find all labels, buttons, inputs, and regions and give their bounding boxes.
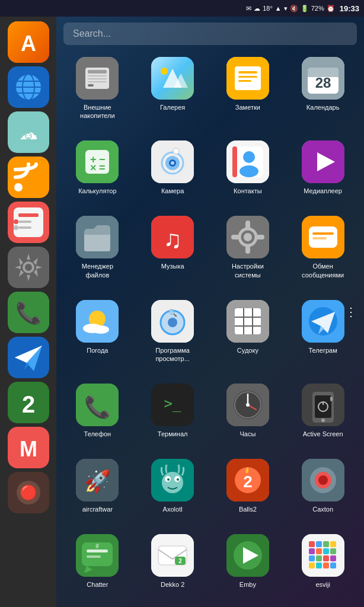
svg-rect-171 [330,548,336,554]
app-item-calendar[interactable]: 28 Календарь [286,52,359,133]
camera-icon [151,140,194,183]
sidebar-item-gmail[interactable]: M [8,427,49,468]
cloud-icon-sidebar: ☁ ☺ [8,111,49,153]
svg-rect-46 [88,75,107,76]
esviji-label: esviji [315,580,330,589]
app-grid: Внешние накопители Галерея [56,50,364,605]
activescreen-icon [302,384,344,426]
turbo-icon: 2 [8,382,49,423]
notes-label: Заметки [235,103,260,111]
app-item-caxton[interactable]: Caxton [286,454,359,527]
svg-text:A: A [21,31,36,56]
app-item-notes[interactable]: Заметки [212,52,285,133]
svg-rect-19 [18,226,31,229]
sidebar-item-browser[interactable] [8,66,49,108]
balls2-icon: 2 [226,459,269,501]
app-item-aircraftwar[interactable]: 🚀 aircraftwar [61,454,134,527]
status-time: 19:33 [340,4,359,13]
caxton-icon [302,459,344,501]
balls2-label: Balls2 [239,505,257,513]
svg-rect-166 [323,541,329,547]
app-item-emby[interactable]: Emby [212,529,285,602]
svg-text:#: # [96,543,100,550]
app-item-browser[interactable]: 🔍 Программа просмотр... [136,295,209,376]
app-item-chatter[interactable]: # Chatter [61,529,134,602]
app-item-phone[interactable]: 📞 Телефон [61,379,134,452]
terminal-label: Терминал [158,430,188,438]
app-item-settings[interactable]: Настройки системы [212,211,285,292]
app-item-weather[interactable]: Погода [61,295,134,376]
svg-point-142 [177,478,179,481]
app-item-messages[interactable]: Обмен сообщениями [286,211,359,292]
storage-label: Внешние накопители [74,103,121,120]
app-item-camera[interactable]: Камера [136,136,209,209]
sidebar-item-todo[interactable] [8,202,49,243]
svg-rect-174 [323,555,329,561]
app-item-activescreen[interactable]: Active Screen [286,379,359,452]
app-item-mediaplayer[interactable]: Медиаплеер [286,136,359,209]
app-item-music[interactable]: ♫ Музыка [136,211,209,292]
app-item-esviji[interactable]: esviji [286,529,359,602]
app-item-clock[interactable]: Часы [212,379,285,452]
battery-icon: 🔋 [301,5,309,12]
filemanager-icon [76,216,119,258]
app-item-storage[interactable]: Внешние накопители [61,52,134,133]
svg-text:🚀: 🚀 [84,468,111,494]
sidebar-item-aptik[interactable]: A [8,21,49,63]
app-item-balls2[interactable]: 2 Balls2 [212,454,285,527]
sidebar-item-cloud[interactable]: ☁ ☺ [8,111,49,153]
calculator-label: Калькулятор [78,187,116,195]
axolotl-icon [151,459,194,501]
gmail-icon: M [8,427,49,468]
sidebar-item-game[interactable]: 🔴 [8,472,49,513]
app-item-axolotl[interactable]: Axolotl [136,454,209,527]
app-item-filemanager[interactable]: Менеджер файлов [61,211,134,292]
svg-rect-130 [315,395,331,418]
game-icon: 🔴 [8,472,49,513]
svg-text:2: 2 [21,391,34,417]
app-item-terminal[interactable]: >_ Терминал [136,379,209,452]
caxton-label: Caxton [312,505,333,513]
rss-icon [8,156,49,198]
overflow-menu-button[interactable]: ⋮ [340,300,362,324]
clock-icon [226,384,269,426]
chatter-icon: # [76,534,119,577]
svg-text:>_: >_ [164,395,181,412]
gallery-icon [151,57,194,100]
app-item-sudoku[interactable]: Судоку [212,295,285,376]
weather-icon [76,300,119,343]
telegram-label: Телеграм [309,346,337,354]
messages-label: Обмен сообщениями [299,262,347,279]
svg-rect-92 [256,235,264,239]
svg-point-88 [244,233,252,241]
svg-rect-96 [312,237,327,239]
contacts-icon [226,140,269,183]
axolotl-label: Axolotl [163,505,183,513]
svg-rect-90 [245,245,250,254]
calendar-icon: 28 [302,57,344,100]
svg-point-14 [14,183,23,191]
svg-rect-178 [323,563,329,568]
sidebar-item-telegram[interactable] [8,337,49,378]
sidebar-item-settings[interactable] [8,247,49,288]
app-item-contacts[interactable]: Контакты [212,136,285,209]
svg-point-104 [168,318,177,327]
search-bar[interactable]: Search... [63,23,357,45]
phone-label: Телефон [84,430,111,438]
svg-point-100 [92,325,109,334]
aircraftwar-icon: 🚀 [76,459,119,501]
app-item-dekko[interactable]: 2 Dekko 2 [136,529,209,602]
sidebar-item-rss[interactable] [8,156,49,198]
app-item-gallery[interactable]: Галерея [136,52,209,133]
sidebar-item-phone[interactable]: 📞 [8,292,49,333]
svg-rect-176 [309,563,315,568]
svg-rect-172 [309,555,315,561]
svg-text:♫: ♫ [163,225,182,253]
telegram-icon-sidebar [8,337,49,378]
wifi-icon: ▾ [284,5,288,12]
sidebar-item-turbo[interactable]: 2 [8,382,49,423]
svg-rect-17 [18,213,39,217]
app-item-calculator[interactable]: + − × = Калькулятор [61,136,134,209]
svg-text:🔴: 🔴 [20,484,37,501]
svg-point-149 [318,475,328,485]
